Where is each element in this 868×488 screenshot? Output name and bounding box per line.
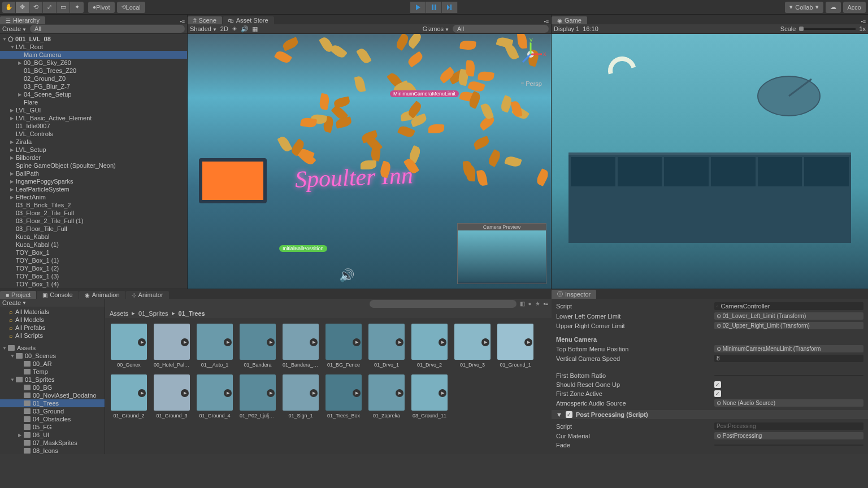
- create-dropdown[interactable]: Create▼: [2, 25, 27, 32]
- project-filter[interactable]: ⌕ All Scripts: [0, 332, 105, 339]
- property-value[interactable]: PostProcessing: [714, 422, 863, 430]
- hierarchy-item[interactable]: 03_Floor_2_Tile_Full (1): [0, 217, 187, 225]
- hierarchy-item[interactable]: Kuca_Kabal: [0, 233, 187, 241]
- scale-slider[interactable]: [799, 28, 856, 30]
- project-tree-item[interactable]: 04_Obstacles: [0, 415, 105, 423]
- project-tree-item[interactable]: 05_FG: [0, 423, 105, 431]
- asset-store-tab[interactable]: 🛍 Asset Store: [223, 16, 274, 24]
- hierarchy-item[interactable]: Spine GameObject (Spoulter_Neon): [0, 162, 187, 169]
- perspective-label[interactable]: ≡ Persp: [521, 80, 542, 87]
- breadcrumb-item[interactable]: 01_Sprites: [138, 310, 168, 317]
- property-value[interactable]: 8: [714, 355, 863, 362]
- asset-item[interactable]: ▶01_Drvo_3: [454, 324, 491, 368]
- project-tree-item[interactable]: Temp: [0, 368, 105, 376]
- hierarchy-item[interactable]: 03_FG_Blur_Z-7: [0, 82, 187, 90]
- hierarchy-item[interactable]: ▶00_BG_Sky_Z60: [0, 59, 187, 67]
- panel-menu-icon[interactable]: ▪≡: [544, 301, 548, 307]
- project-filter[interactable]: ⌕ All Models: [0, 316, 105, 324]
- cloud-button[interactable]: ☁: [826, 2, 841, 13]
- gizmos-dropdown[interactable]: Gizmos▼: [423, 25, 449, 32]
- property-value[interactable]: [714, 375, 863, 376]
- asset-item[interactable]: ▶01_Drvo_2: [411, 324, 448, 368]
- 2d-toggle[interactable]: 2D: [220, 25, 228, 32]
- hierarchy-item[interactable]: 02_Ground_Z0: [0, 75, 187, 82]
- account-button[interactable]: Acco: [843, 2, 866, 13]
- hierarchy-item[interactable]: TOY_Box_1 (1): [0, 256, 187, 264]
- hierarchy-item[interactable]: Main Camera: [0, 51, 187, 59]
- hierarchy-item[interactable]: ▶04_Scene_Setup: [0, 90, 187, 98]
- step-button[interactable]: [442, 2, 458, 13]
- assets-root[interactable]: ▼Assets: [0, 344, 105, 352]
- asset-item[interactable]: ▶01_Ground_1: [497, 324, 533, 368]
- shading-dropdown[interactable]: Shaded▼: [190, 25, 217, 32]
- asset-item[interactable]: ▶00_Hotel_Palace: [154, 324, 190, 368]
- orientation-gizmo[interactable]: xy: [515, 38, 546, 70]
- project-tree-item[interactable]: ▶06_UI: [0, 431, 105, 439]
- hierarchy-item[interactable]: ▶LeafParticleSystem: [0, 185, 187, 193]
- pause-button[interactable]: [426, 2, 442, 13]
- animator-tab[interactable]: ⊹ Animator: [126, 291, 169, 299]
- project-tree-item[interactable]: 00_NoviAseti_Dodatno: [0, 391, 105, 399]
- rect-tool[interactable]: ▭: [57, 2, 70, 13]
- property-value[interactable]: ⊙ 01_Lower_Left_Limit (Transform): [714, 312, 863, 320]
- hierarchy-item[interactable]: ▶LVL_Setup: [0, 146, 187, 154]
- project-tree[interactable]: ▼Assets ▼00_Scenes00_ARTemp▼01_Sprites00…: [0, 344, 105, 454]
- asset-item[interactable]: ▶01_Ground_3: [154, 374, 190, 419]
- hierarchy-item[interactable]: ▶LVL_GUI: [0, 106, 187, 114]
- collab-button[interactable]: ▾ Collab ▾: [785, 2, 823, 13]
- project-create-dropdown[interactable]: Create▼: [0, 299, 105, 307]
- asset-item[interactable]: ▶03_Ground_11: [411, 374, 448, 419]
- asset-item[interactable]: ▶01_BG_Fence: [326, 324, 362, 368]
- project-filter[interactable]: ⌕ All Materials: [0, 308, 105, 316]
- hierarchy-item[interactable]: 01_BG_Trees_Z20: [0, 67, 187, 75]
- project-tree-item[interactable]: 07_MaskSprites: [0, 439, 105, 447]
- asset-item[interactable]: ▶01_Sign_1: [283, 374, 319, 419]
- project-tree-item[interactable]: 00_BG: [0, 384, 105, 391]
- unified-tool[interactable]: ✦: [70, 2, 84, 13]
- project-tree-item[interactable]: 08_Icons: [0, 447, 105, 454]
- asset-item[interactable]: ▶01_Drvo_1: [368, 324, 405, 368]
- hierarchy-item[interactable]: TOY_Box_1 (4): [0, 280, 187, 288]
- breadcrumb-item[interactable]: 01_Trees: [179, 310, 205, 317]
- project-filter[interactable]: ⌕ All Prefabs: [0, 324, 105, 332]
- hand-tool[interactable]: ✋: [2, 2, 16, 13]
- asset-item[interactable]: ▶01_Bandera_Sv..: [283, 324, 319, 368]
- project-tab[interactable]: ■ Project: [0, 291, 36, 299]
- min-camera-label[interactable]: MinimumCameraMenuLimit: [390, 90, 459, 97]
- pivot-toggle[interactable]: ●Pivot: [88, 2, 115, 13]
- hierarchy-item[interactable]: 03_Floor_Tile_Full: [0, 225, 187, 233]
- aspect-dropdown[interactable]: 16:10: [583, 25, 598, 32]
- hierarchy-item[interactable]: ▼⬠ 001_LVL_08: [0, 35, 187, 43]
- inspector-tab[interactable]: ⓘ Inspector: [552, 290, 596, 299]
- project-tree-item[interactable]: ▼00_Scenes: [0, 352, 105, 360]
- local-toggle[interactable]: ⟲Local: [117, 2, 145, 13]
- asset-grid[interactable]: ▶00_Genex▶00_Hotel_Palace▶01__Auto_1▶01_…: [105, 318, 552, 454]
- hierarchy-item[interactable]: Flare: [0, 98, 187, 106]
- panel-menu-icon[interactable]: ▪≡: [859, 19, 868, 24]
- hierarchy-item[interactable]: 01_Idle0007: [0, 122, 187, 130]
- panel-menu-icon[interactable]: ▪≡: [178, 19, 187, 24]
- game-view[interactable]: [552, 34, 868, 289]
- filter-icon[interactable]: ◧: [520, 300, 525, 307]
- property-value[interactable]: ⊙ None (Audio Source): [714, 399, 863, 407]
- panel-menu-icon[interactable]: ▪≡: [542, 19, 551, 24]
- asset-item[interactable]: ▶01_Ground_2: [111, 374, 147, 419]
- asset-item[interactable]: ▶01_Trees_Box: [326, 374, 362, 419]
- hierarchy-item[interactable]: ▶IngameFoggySparks: [0, 177, 187, 185]
- scene-view[interactable]: Spoulter Inn MinimumCameraMenuLimit Init…: [188, 34, 551, 289]
- move-tool[interactable]: ✥: [16, 2, 29, 13]
- project-tree-item[interactable]: 00_AR: [0, 360, 105, 368]
- asset-item[interactable]: ▶00_Genex: [111, 324, 147, 368]
- display-dropdown[interactable]: Display 1: [554, 25, 579, 32]
- property-value[interactable]: ⊙ PostProcessing: [714, 432, 863, 439]
- checkbox[interactable]: ✓: [714, 381, 721, 388]
- hierarchy-item[interactable]: ▶Bilborder: [0, 154, 187, 162]
- hierarchy-item[interactable]: Kuca_Kabal (1): [0, 241, 187, 249]
- project-search[interactable]: [370, 300, 517, 308]
- hierarchy-item[interactable]: TOY_Box_1: [0, 249, 187, 256]
- fx-toggle[interactable]: ▦: [252, 25, 258, 33]
- asset-item[interactable]: ▶01__Auto_1: [197, 324, 233, 368]
- scene-search[interactable]: All: [453, 25, 549, 33]
- hierarchy-item[interactable]: ▶EffectAnim: [0, 193, 187, 201]
- play-button[interactable]: [410, 2, 426, 13]
